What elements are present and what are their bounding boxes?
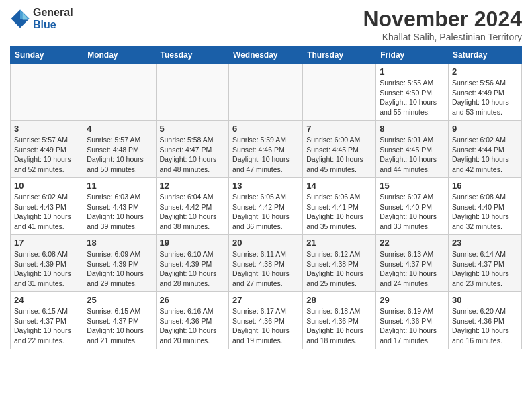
- day-number: 25: [87, 295, 152, 305]
- day-info: Sunrise: 6:04 AMSunset: 4:42 PMDaylight:…: [160, 192, 226, 232]
- day-info: Sunrise: 6:09 AMSunset: 4:39 PMDaylight:…: [87, 249, 152, 289]
- calendar-cell: 18Sunrise: 6:09 AMSunset: 4:39 PMDayligh…: [83, 235, 156, 292]
- day-number: 27: [232, 295, 299, 305]
- day-info: Sunrise: 5:55 AMSunset: 4:50 PMDaylight:…: [380, 78, 445, 118]
- day-number: 30: [452, 295, 518, 305]
- calendar-cell: 5Sunrise: 5:58 AMSunset: 4:47 PMDaylight…: [156, 121, 229, 178]
- header-monday: Monday: [83, 47, 156, 64]
- day-number: 22: [380, 238, 445, 248]
- page-container: General Blue November 2024 Khallat Salih…: [0, 0, 532, 356]
- day-info: Sunrise: 6:15 AMSunset: 4:37 PMDaylight:…: [87, 306, 152, 346]
- day-number: 8: [380, 124, 445, 134]
- day-info: Sunrise: 6:08 AMSunset: 4:39 PMDaylight:…: [14, 249, 79, 289]
- logo-blue-text: Blue: [33, 19, 73, 31]
- calendar-cell: 17Sunrise: 6:08 AMSunset: 4:39 PMDayligh…: [11, 235, 83, 292]
- calendar-cell: 6Sunrise: 5:59 AMSunset: 4:46 PMDaylight…: [229, 121, 303, 178]
- month-title: November 2024: [363, 7, 522, 32]
- day-info: Sunrise: 5:59 AMSunset: 4:46 PMDaylight:…: [232, 135, 299, 175]
- day-number: 28: [306, 295, 372, 305]
- day-number: 14: [306, 181, 372, 191]
- day-info: Sunrise: 5:57 AMSunset: 4:49 PMDaylight:…: [14, 135, 79, 175]
- location-subtitle: Khallat Salih, Palestinian Territory: [363, 32, 522, 42]
- calendar-cell: 22Sunrise: 6:13 AMSunset: 4:37 PMDayligh…: [376, 235, 449, 292]
- calendar-cell: [11, 64, 83, 121]
- day-number: 20: [232, 238, 299, 248]
- day-number: 7: [306, 124, 372, 134]
- calendar-cell: 27Sunrise: 6:17 AMSunset: 4:36 PMDayligh…: [229, 292, 303, 349]
- week-row-5: 24Sunrise: 6:15 AMSunset: 4:37 PMDayligh…: [11, 292, 522, 349]
- header: General Blue November 2024 Khallat Salih…: [10, 7, 522, 42]
- calendar-cell: 1Sunrise: 5:55 AMSunset: 4:50 PMDaylight…: [376, 64, 449, 121]
- day-number: 21: [306, 238, 372, 248]
- week-row-3: 10Sunrise: 6:02 AMSunset: 4:43 PMDayligh…: [11, 178, 522, 235]
- day-number: 9: [452, 124, 518, 134]
- day-number: 19: [160, 238, 226, 248]
- calendar-cell: 19Sunrise: 6:10 AMSunset: 4:39 PMDayligh…: [156, 235, 229, 292]
- day-info: Sunrise: 6:06 AMSunset: 4:41 PMDaylight:…: [306, 192, 372, 232]
- day-info: Sunrise: 6:20 AMSunset: 4:36 PMDaylight:…: [452, 306, 518, 346]
- day-number: 5: [160, 124, 226, 134]
- day-number: 3: [14, 124, 79, 134]
- day-info: Sunrise: 6:12 AMSunset: 4:38 PMDaylight:…: [306, 249, 372, 289]
- logo: General Blue: [10, 7, 73, 30]
- calendar-cell: 15Sunrise: 6:07 AMSunset: 4:40 PMDayligh…: [376, 178, 449, 235]
- day-info: Sunrise: 6:16 AMSunset: 4:36 PMDaylight:…: [160, 306, 226, 346]
- logo-general-text: General: [33, 7, 73, 19]
- calendar-cell: 28Sunrise: 6:18 AMSunset: 4:36 PMDayligh…: [303, 292, 376, 349]
- calendar-cell: 23Sunrise: 6:14 AMSunset: 4:37 PMDayligh…: [449, 235, 522, 292]
- calendar-cell: 20Sunrise: 6:11 AMSunset: 4:38 PMDayligh…: [229, 235, 303, 292]
- title-area: November 2024 Khallat Salih, Palestinian…: [363, 7, 522, 42]
- calendar-cell: [83, 64, 156, 121]
- calendar-cell: 10Sunrise: 6:02 AMSunset: 4:43 PMDayligh…: [11, 178, 83, 235]
- calendar-cell: 14Sunrise: 6:06 AMSunset: 4:41 PMDayligh…: [303, 178, 376, 235]
- calendar-cell: 21Sunrise: 6:12 AMSunset: 4:38 PMDayligh…: [303, 235, 376, 292]
- day-number: 11: [87, 181, 152, 191]
- header-friday: Friday: [376, 47, 449, 64]
- day-number: 29: [380, 295, 445, 305]
- day-info: Sunrise: 5:57 AMSunset: 4:48 PMDaylight:…: [87, 135, 152, 175]
- day-number: 16: [452, 181, 518, 191]
- day-info: Sunrise: 6:07 AMSunset: 4:40 PMDaylight:…: [380, 192, 445, 232]
- day-info: Sunrise: 6:13 AMSunset: 4:37 PMDaylight:…: [380, 249, 445, 289]
- calendar-cell: 3Sunrise: 5:57 AMSunset: 4:49 PMDaylight…: [11, 121, 83, 178]
- day-number: 23: [452, 238, 518, 248]
- calendar-cell: 24Sunrise: 6:15 AMSunset: 4:37 PMDayligh…: [11, 292, 83, 349]
- day-number: 1: [380, 66, 445, 77]
- day-info: Sunrise: 6:08 AMSunset: 4:40 PMDaylight:…: [452, 192, 518, 232]
- day-info: Sunrise: 6:00 AMSunset: 4:45 PMDaylight:…: [306, 135, 372, 175]
- day-info: Sunrise: 6:02 AMSunset: 4:43 PMDaylight:…: [14, 192, 79, 232]
- day-info: Sunrise: 6:15 AMSunset: 4:37 PMDaylight:…: [14, 306, 79, 346]
- calendar-cell: 8Sunrise: 6:01 AMSunset: 4:45 PMDaylight…: [376, 121, 449, 178]
- calendar-cell: 30Sunrise: 6:20 AMSunset: 4:36 PMDayligh…: [449, 292, 522, 349]
- calendar-cell: 12Sunrise: 6:04 AMSunset: 4:42 PMDayligh…: [156, 178, 229, 235]
- calendar-cell: 4Sunrise: 5:57 AMSunset: 4:48 PMDaylight…: [83, 121, 156, 178]
- day-number: 15: [380, 181, 445, 191]
- logo-icon: [10, 9, 30, 29]
- calendar-cell: 26Sunrise: 6:16 AMSunset: 4:36 PMDayligh…: [156, 292, 229, 349]
- calendar-cell: 7Sunrise: 6:00 AMSunset: 4:45 PMDaylight…: [303, 121, 376, 178]
- header-saturday: Saturday: [449, 47, 522, 64]
- day-info: Sunrise: 6:02 AMSunset: 4:44 PMDaylight:…: [452, 135, 518, 175]
- week-row-1: 1Sunrise: 5:55 AMSunset: 4:50 PMDaylight…: [11, 64, 522, 121]
- logo-text: General Blue: [33, 7, 73, 30]
- calendar-header-row: Sunday Monday Tuesday Wednesday Thursday…: [11, 47, 522, 64]
- day-info: Sunrise: 5:58 AMSunset: 4:47 PMDaylight:…: [160, 135, 226, 175]
- day-number: 26: [160, 295, 226, 305]
- header-thursday: Thursday: [303, 47, 376, 64]
- calendar-cell: 9Sunrise: 6:02 AMSunset: 4:44 PMDaylight…: [449, 121, 522, 178]
- header-tuesday: Tuesday: [156, 47, 229, 64]
- day-info: Sunrise: 6:03 AMSunset: 4:43 PMDaylight:…: [87, 192, 152, 232]
- day-info: Sunrise: 6:05 AMSunset: 4:42 PMDaylight:…: [232, 192, 299, 232]
- calendar-table: Sunday Monday Tuesday Wednesday Thursday…: [10, 46, 522, 349]
- day-number: 12: [160, 181, 226, 191]
- day-info: Sunrise: 6:19 AMSunset: 4:36 PMDaylight:…: [380, 306, 445, 346]
- week-row-4: 17Sunrise: 6:08 AMSunset: 4:39 PMDayligh…: [11, 235, 522, 292]
- day-info: Sunrise: 6:10 AMSunset: 4:39 PMDaylight:…: [160, 249, 226, 289]
- header-sunday: Sunday: [11, 47, 83, 64]
- day-info: Sunrise: 6:14 AMSunset: 4:37 PMDaylight:…: [452, 249, 518, 289]
- day-info: Sunrise: 6:01 AMSunset: 4:45 PMDaylight:…: [380, 135, 445, 175]
- calendar-cell: 25Sunrise: 6:15 AMSunset: 4:37 PMDayligh…: [83, 292, 156, 349]
- day-number: 4: [87, 124, 152, 134]
- day-info: Sunrise: 6:17 AMSunset: 4:36 PMDaylight:…: [232, 306, 299, 346]
- day-number: 10: [14, 181, 79, 191]
